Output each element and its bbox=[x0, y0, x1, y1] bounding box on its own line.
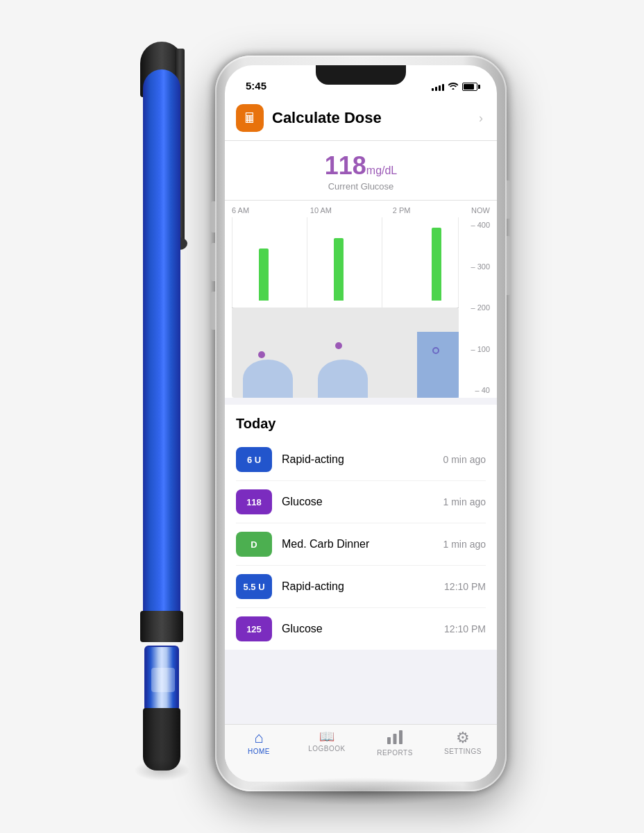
chart-section: 6 AM 10 AM 2 PM NOW – 400 – 300 – 200 bbox=[225, 201, 497, 398]
wifi-icon bbox=[448, 81, 459, 92]
entry-time-4: 12:10 PM bbox=[444, 581, 486, 592]
time-label-10am: 10 AM bbox=[310, 206, 332, 214]
tab-reports-label: REPORTS bbox=[377, 749, 413, 757]
status-icons bbox=[432, 81, 483, 92]
tab-home[interactable]: ⌂ HOME bbox=[225, 730, 293, 755]
volume-up-button[interactable] bbox=[211, 243, 215, 281]
y-label-300: – 300 bbox=[459, 262, 490, 271]
entry-item: 6 U Rapid-acting 0 min ago bbox=[236, 439, 486, 481]
entry-time-3: 1 min ago bbox=[443, 539, 486, 550]
pen-band bbox=[140, 611, 183, 642]
rapid-acting-badge-2: 5.5 U bbox=[236, 574, 272, 599]
entry-item: 125 Glucose 12:10 PM bbox=[236, 608, 486, 650]
notch bbox=[316, 65, 406, 85]
glucose-value: 118 bbox=[325, 151, 366, 180]
tab-logbook[interactable]: 📖 LOGBOOK bbox=[293, 730, 361, 752]
entry-item: 118 Glucose 1 min ago bbox=[236, 481, 486, 523]
pen-shadow bbox=[134, 760, 190, 781]
insulin-curve-now bbox=[417, 332, 459, 398]
svg-rect-0 bbox=[387, 737, 391, 744]
phone: 5:45 bbox=[215, 56, 507, 791]
tab-bar: ⌂ HOME 📖 LOGBOOK bbox=[225, 724, 497, 782]
tab-settings-label: SETTINGS bbox=[444, 748, 482, 755]
glucose-badge-2: 125 bbox=[236, 616, 272, 641]
insulin-bar-1 bbox=[259, 249, 269, 301]
tab-settings[interactable]: ⚙ SETTINGS bbox=[429, 730, 497, 755]
tab-home-label: HOME bbox=[248, 748, 270, 755]
entry-name-5: Glucose bbox=[282, 623, 444, 635]
scrollable-content[interactable]: Today 6 U Rapid-acting 0 min ago 118 Glu… bbox=[225, 405, 497, 775]
pen-body bbox=[130, 42, 193, 771]
time-label-2pm: 2 PM bbox=[393, 206, 411, 214]
entry-name-2: Glucose bbox=[282, 496, 443, 508]
chart-area: – 400 – 300 – 200 – 100 – 40 bbox=[232, 217, 490, 398]
volume-down-button[interactable] bbox=[211, 292, 215, 330]
today-header: Today bbox=[236, 405, 486, 439]
status-time: 5:45 bbox=[239, 80, 266, 92]
scene: 5:45 bbox=[0, 0, 644, 833]
tab-reports[interactable]: REPORTS bbox=[361, 730, 429, 757]
glucose-badge-1: 118 bbox=[236, 489, 272, 514]
rapid-acting-badge-1: 6 U bbox=[236, 447, 272, 472]
entry-time-5: 12:10 PM bbox=[444, 623, 486, 634]
phone-screen: 5:45 bbox=[225, 65, 497, 782]
insulin-curve-2 bbox=[318, 360, 368, 398]
pen-dose-window bbox=[144, 646, 179, 712]
glucose-dot-2 bbox=[335, 342, 342, 349]
glucose-display: 118mg/dL bbox=[236, 153, 486, 178]
chart-upper bbox=[232, 217, 459, 308]
entry-item: D Med. Carb Dinner 1 min ago bbox=[236, 523, 486, 566]
entry-item: 5.5 U Rapid-acting 12:10 PM bbox=[236, 566, 486, 608]
chart-lower bbox=[232, 308, 459, 398]
time-label-6am: 6 AM bbox=[232, 206, 249, 214]
battery-icon bbox=[462, 83, 477, 91]
app-content: 🖩 Calculate Dose › 118mg/dL Current Gluc… bbox=[225, 96, 497, 782]
y-label-40: – 40 bbox=[459, 386, 490, 394]
insulin-bar-2 bbox=[334, 238, 344, 301]
page-title: Calculate Dose bbox=[272, 109, 479, 127]
glucose-label: Current Glucose bbox=[236, 181, 486, 192]
calculator-icon-bg: 🖩 bbox=[236, 104, 264, 132]
entry-name-3: Med. Carb Dinner bbox=[282, 538, 443, 550]
signal-icon bbox=[432, 83, 444, 91]
volume-button-right[interactable] bbox=[507, 236, 511, 295]
svg-rect-2 bbox=[399, 730, 402, 744]
y-label-100: – 100 bbox=[459, 345, 490, 353]
insulin-curve-1 bbox=[243, 360, 293, 398]
calculate-dose-header[interactable]: 🖩 Calculate Dose › bbox=[225, 96, 497, 141]
chevron-right-icon: › bbox=[479, 111, 483, 126]
today-section: Today 6 U Rapid-acting 0 min ago 118 Glu… bbox=[225, 405, 497, 650]
y-label-200: – 200 bbox=[459, 303, 490, 312]
entry-time-2: 1 min ago bbox=[443, 496, 486, 507]
phone-frame: 5:45 bbox=[215, 56, 507, 791]
logbook-icon: 📖 bbox=[319, 730, 334, 743]
settings-icon: ⚙ bbox=[456, 730, 470, 746]
entry-time-1: 0 min ago bbox=[443, 454, 486, 465]
power-button[interactable] bbox=[507, 180, 511, 219]
chart-y-axis: – 400 – 300 – 200 – 100 – 40 bbox=[459, 217, 490, 398]
glucose-unit: mg/dL bbox=[366, 165, 397, 176]
time-label-now: NOW bbox=[471, 206, 490, 214]
meal-badge-1: D bbox=[236, 532, 272, 557]
pen-window-inner bbox=[151, 668, 175, 692]
insulin-pen bbox=[130, 42, 193, 771]
entry-name-4: Rapid-acting bbox=[282, 580, 444, 593]
tab-logbook-label: LOGBOOK bbox=[308, 745, 346, 752]
y-label-400: – 400 bbox=[459, 221, 490, 229]
glucose-dot-1 bbox=[258, 351, 265, 358]
entry-name-1: Rapid-acting bbox=[282, 453, 443, 466]
svg-rect-1 bbox=[393, 734, 397, 744]
home-icon: ⌂ bbox=[254, 730, 263, 746]
calculator-icon: 🖩 bbox=[243, 110, 257, 126]
chart-time-labels: 6 AM 10 AM 2 PM NOW bbox=[225, 201, 497, 217]
reports-icon bbox=[387, 730, 402, 747]
insulin-bar-3 bbox=[432, 228, 441, 301]
entry-list: 6 U Rapid-acting 0 min ago 118 Glucose 1… bbox=[236, 439, 486, 650]
glucose-section: 118mg/dL Current Glucose bbox=[225, 141, 497, 201]
phone-shadow bbox=[244, 777, 477, 805]
silent-switch[interactable] bbox=[211, 201, 215, 233]
pen-barrel bbox=[143, 69, 180, 639]
